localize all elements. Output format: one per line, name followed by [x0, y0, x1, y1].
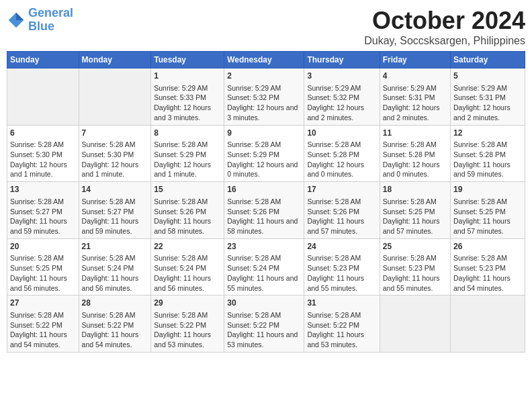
weekday-header: Tuesday	[151, 52, 224, 68]
day-number: 6	[10, 128, 76, 139]
day-number: 25	[383, 241, 447, 253]
day-info: Sunrise: 5:28 AMSunset: 5:28 PMDaylight:…	[307, 140, 376, 179]
day-number: 4	[383, 71, 447, 82]
day-info: Sunrise: 5:29 AMSunset: 5:32 PMDaylight:…	[307, 83, 376, 123]
calendar-cell: 19Sunrise: 5:28 AMSunset: 5:25 PMDayligh…	[451, 182, 525, 239]
day-number: 16	[227, 184, 301, 195]
logo-icon	[7, 11, 26, 30]
calendar-cell: 3Sunrise: 5:29 AMSunset: 5:32 PMDaylight…	[304, 68, 380, 126]
calendar-cell: 5Sunrise: 5:29 AMSunset: 5:31 PMDaylight…	[451, 68, 525, 126]
day-info: Sunrise: 5:28 AMSunset: 5:29 PMDaylight:…	[227, 140, 301, 179]
calendar-cell: 15Sunrise: 5:28 AMSunset: 5:26 PMDayligh…	[151, 182, 224, 239]
day-info: Sunrise: 5:28 AMSunset: 5:22 PMDaylight:…	[10, 310, 76, 350]
weekday-header: Friday	[380, 52, 450, 68]
calendar-cell: 21Sunrise: 5:28 AMSunset: 5:24 PMDayligh…	[79, 238, 151, 295]
day-number: 24	[307, 241, 376, 253]
calendar-cell: 6Sunrise: 5:28 AMSunset: 5:30 PMDaylight…	[7, 125, 79, 182]
weekday-header: Sunday	[7, 52, 79, 68]
calendar-cell: 28Sunrise: 5:28 AMSunset: 5:22 PMDayligh…	[79, 295, 151, 353]
svg-marker-1	[16, 13, 24, 20]
logo: General Blue	[7, 7, 73, 34]
day-info: Sunrise: 5:28 AMSunset: 5:26 PMDaylight:…	[307, 197, 376, 236]
calendar-cell	[79, 68, 151, 126]
calendar-week-row: 27Sunrise: 5:28 AMSunset: 5:22 PMDayligh…	[7, 295, 525, 353]
day-number: 7	[82, 128, 148, 139]
day-number: 15	[154, 184, 221, 195]
calendar-cell: 2Sunrise: 5:29 AMSunset: 5:32 PMDaylight…	[224, 68, 304, 126]
calendar-cell: 25Sunrise: 5:28 AMSunset: 5:23 PMDayligh…	[380, 238, 450, 295]
day-number: 3	[307, 71, 376, 82]
day-number: 2	[227, 71, 301, 82]
day-number: 27	[10, 298, 76, 309]
day-info: Sunrise: 5:28 AMSunset: 5:23 PMDaylight:…	[383, 253, 447, 293]
calendar-cell: 11Sunrise: 5:28 AMSunset: 5:28 PMDayligh…	[380, 125, 450, 182]
day-number: 26	[453, 241, 522, 253]
location-title: Dukay, Soccsksargen, Philippines	[364, 35, 525, 47]
day-info: Sunrise: 5:28 AMSunset: 5:25 PMDaylight:…	[10, 253, 76, 293]
calendar-cell: 13Sunrise: 5:28 AMSunset: 5:27 PMDayligh…	[7, 182, 79, 239]
day-info: Sunrise: 5:28 AMSunset: 5:27 PMDaylight:…	[10, 197, 76, 236]
day-number: 9	[227, 128, 301, 139]
day-info: Sunrise: 5:28 AMSunset: 5:25 PMDaylight:…	[383, 197, 447, 236]
calendar-cell: 8Sunrise: 5:28 AMSunset: 5:29 PMDaylight…	[151, 125, 224, 182]
day-info: Sunrise: 5:28 AMSunset: 5:30 PMDaylight:…	[82, 140, 148, 179]
page-header: General Blue October 2024 Dukay, Soccsks…	[7, 7, 525, 47]
day-info: Sunrise: 5:28 AMSunset: 5:24 PMDaylight:…	[227, 253, 301, 293]
calendar-cell: 31Sunrise: 5:28 AMSunset: 5:22 PMDayligh…	[304, 295, 380, 353]
day-number: 10	[307, 128, 376, 139]
day-number: 13	[10, 184, 76, 195]
calendar-week-row: 20Sunrise: 5:28 AMSunset: 5:25 PMDayligh…	[7, 238, 525, 295]
calendar-cell: 17Sunrise: 5:28 AMSunset: 5:26 PMDayligh…	[304, 182, 380, 239]
weekday-header: Thursday	[304, 52, 380, 68]
day-number: 8	[154, 128, 221, 139]
day-info: Sunrise: 5:28 AMSunset: 5:22 PMDaylight:…	[307, 310, 376, 350]
day-info: Sunrise: 5:28 AMSunset: 5:28 PMDaylight:…	[453, 140, 522, 179]
day-info: Sunrise: 5:28 AMSunset: 5:24 PMDaylight:…	[82, 253, 148, 293]
day-info: Sunrise: 5:28 AMSunset: 5:27 PMDaylight:…	[82, 197, 148, 236]
calendar-cell: 16Sunrise: 5:28 AMSunset: 5:26 PMDayligh…	[224, 182, 304, 239]
calendar-cell: 9Sunrise: 5:28 AMSunset: 5:29 PMDaylight…	[224, 125, 304, 182]
title-block: October 2024 Dukay, Soccsksargen, Philip…	[364, 7, 525, 47]
day-info: Sunrise: 5:28 AMSunset: 5:23 PMDaylight:…	[453, 253, 522, 293]
calendar-cell: 1Sunrise: 5:29 AMSunset: 5:33 PMDaylight…	[151, 68, 224, 126]
day-info: Sunrise: 5:28 AMSunset: 5:30 PMDaylight:…	[10, 140, 76, 179]
day-info: Sunrise: 5:28 AMSunset: 5:26 PMDaylight:…	[227, 197, 301, 236]
day-number: 28	[82, 298, 148, 309]
day-number: 21	[82, 241, 148, 253]
calendar-cell: 12Sunrise: 5:28 AMSunset: 5:28 PMDayligh…	[451, 125, 525, 182]
calendar-cell: 18Sunrise: 5:28 AMSunset: 5:25 PMDayligh…	[380, 182, 450, 239]
day-number: 1	[154, 71, 221, 82]
calendar-cell: 22Sunrise: 5:28 AMSunset: 5:24 PMDayligh…	[151, 238, 224, 295]
day-info: Sunrise: 5:28 AMSunset: 5:29 PMDaylight:…	[154, 140, 221, 179]
day-number: 18	[383, 184, 447, 195]
day-info: Sunrise: 5:28 AMSunset: 5:23 PMDaylight:…	[307, 253, 376, 293]
day-number: 20	[10, 241, 76, 253]
calendar-week-row: 1Sunrise: 5:29 AMSunset: 5:33 PMDaylight…	[7, 68, 525, 126]
day-number: 30	[227, 298, 301, 309]
day-info: Sunrise: 5:29 AMSunset: 5:31 PMDaylight:…	[453, 83, 522, 123]
calendar-cell	[7, 68, 79, 126]
day-info: Sunrise: 5:28 AMSunset: 5:25 PMDaylight:…	[453, 197, 522, 236]
day-info: Sunrise: 5:28 AMSunset: 5:22 PMDaylight:…	[227, 310, 301, 350]
calendar-cell: 14Sunrise: 5:28 AMSunset: 5:27 PMDayligh…	[79, 182, 151, 239]
logo-line1: General	[28, 6, 73, 19]
calendar-cell: 20Sunrise: 5:28 AMSunset: 5:25 PMDayligh…	[7, 238, 79, 295]
logo-text: General Blue	[28, 7, 73, 34]
calendar-week-row: 13Sunrise: 5:28 AMSunset: 5:27 PMDayligh…	[7, 182, 525, 239]
day-number: 14	[82, 184, 148, 195]
day-info: Sunrise: 5:28 AMSunset: 5:28 PMDaylight:…	[383, 140, 447, 179]
calendar-cell: 23Sunrise: 5:28 AMSunset: 5:24 PMDayligh…	[224, 238, 304, 295]
calendar-cell: 30Sunrise: 5:28 AMSunset: 5:22 PMDayligh…	[224, 295, 304, 353]
calendar-cell: 24Sunrise: 5:28 AMSunset: 5:23 PMDayligh…	[304, 238, 380, 295]
day-info: Sunrise: 5:28 AMSunset: 5:22 PMDaylight:…	[82, 310, 148, 350]
weekday-header: Saturday	[451, 52, 525, 68]
calendar-cell: 10Sunrise: 5:28 AMSunset: 5:28 PMDayligh…	[304, 125, 380, 182]
day-number: 17	[307, 184, 376, 195]
month-title: October 2024	[364, 7, 525, 35]
calendar-cell	[451, 295, 525, 353]
calendar-cell: 26Sunrise: 5:28 AMSunset: 5:23 PMDayligh…	[451, 238, 525, 295]
calendar-week-row: 6Sunrise: 5:28 AMSunset: 5:30 PMDaylight…	[7, 125, 525, 182]
day-info: Sunrise: 5:28 AMSunset: 5:26 PMDaylight:…	[154, 197, 221, 236]
day-number: 12	[453, 128, 522, 139]
day-info: Sunrise: 5:29 AMSunset: 5:33 PMDaylight:…	[154, 83, 221, 123]
